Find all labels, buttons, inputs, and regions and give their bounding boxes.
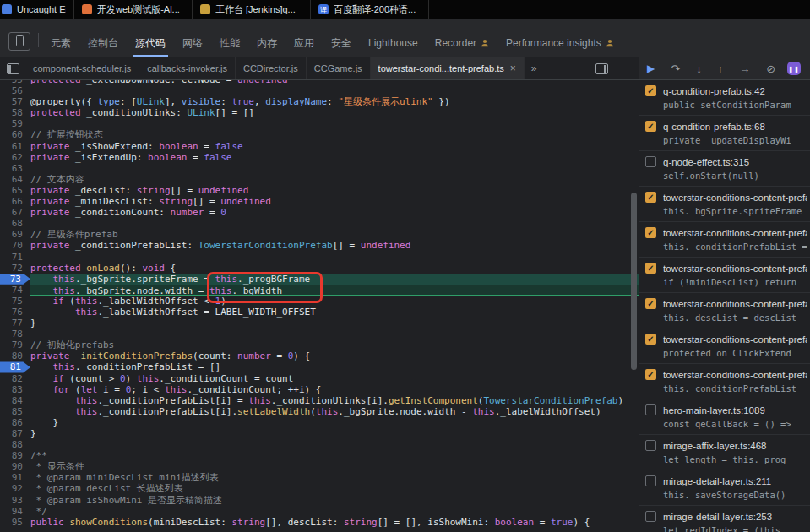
breakpoint-checkbox[interactable] (645, 156, 656, 167)
line-number[interactable]: 76 (0, 307, 30, 318)
line-number[interactable]: 88 (0, 439, 30, 450)
line-number[interactable]: 80 (0, 350, 30, 361)
code-line[interactable]: 61private _isShowExtend: boolean = false (0, 141, 639, 152)
code-line[interactable]: 62private _isExtendUp: boolean = false (0, 152, 639, 163)
breakpoint-checkbox[interactable]: ✓ (645, 298, 656, 309)
line-number[interactable]: 89 (0, 450, 30, 461)
breakpoint-item[interactable]: ✓towerstar-conditions-content-prefab.tst… (639, 364, 810, 399)
code-line[interactable]: 74 this._bgSprite.node.width = this._bgW… (0, 285, 639, 296)
breakpoint-checkbox[interactable]: ✓ (645, 227, 656, 238)
code-line[interactable]: 71 (0, 252, 639, 263)
line-number[interactable]: 71 (0, 252, 30, 263)
debugger-sidebar-toggle-icon[interactable] (595, 63, 608, 74)
breakpoint-item[interactable]: ✓towerstar-conditions-content-prefab.tst… (639, 293, 810, 328)
breakpoint-item[interactable]: ✓q-condition-prefab.ts:68private _update… (639, 116, 810, 151)
line-number[interactable]: 63 (0, 163, 30, 174)
breakpoint-checkbox[interactable] (645, 511, 656, 522)
more-tabs-icon[interactable]: » (525, 62, 544, 74)
line-number[interactable]: 77 (0, 318, 30, 328)
scrollbar-thumb[interactable] (631, 193, 637, 370)
code-line[interactable]: 94 */ (0, 506, 639, 517)
line-number[interactable]: 85 (0, 406, 30, 417)
breakpoint-marker[interactable]: 81 (0, 361, 30, 372)
line-number[interactable]: 93 (0, 495, 30, 506)
code-line[interactable]: 56 (0, 85, 639, 96)
file-tab-callbacks-invoker[interactable]: callbacks-invoker.js (139, 57, 236, 79)
line-number[interactable]: 66 (0, 196, 30, 207)
pause-on-exceptions-icon[interactable]: ❚❚ (787, 62, 801, 75)
file-tab-ccgame[interactable]: CCGame.js (307, 57, 371, 79)
code-line[interactable]: 67private _conditionCount: number = 0 (0, 207, 639, 218)
breakpoint-checkbox[interactable] (645, 475, 656, 486)
code-line[interactable]: 78 (0, 328, 639, 339)
code-line[interactable]: 83 for (let i = 0; i < this._conditionCo… (0, 384, 639, 395)
devtools-tab-network[interactable]: 网络 (174, 30, 211, 57)
line-number[interactable]: 94 (0, 506, 30, 517)
file-tab-ccdirector[interactable]: CCDirector.js (236, 57, 307, 79)
file-tab-component-scheduler[interactable]: component-scheduler.js (25, 57, 139, 79)
line-number[interactable]: 82 (0, 373, 30, 384)
devtools-tab-lighthouse[interactable]: Lighthouse (360, 30, 427, 57)
line-number[interactable]: 75 (0, 296, 30, 307)
devtools-tab-performance-insights[interactable]: Performance insights (497, 30, 622, 57)
line-number[interactable]: 74 (0, 285, 30, 296)
code-line[interactable]: 80private _initConditionPrefabs(count: n… (0, 350, 639, 361)
breakpoint-checkbox[interactable]: ✓ (645, 121, 656, 132)
breakpoint-item[interactable]: hero-main-layer.ts:1089const qeCallBack … (639, 399, 810, 435)
device-toolbar-icon[interactable] (8, 32, 30, 51)
line-number[interactable]: 60 (0, 129, 30, 140)
code-line[interactable]: 84 this._conditionPrefabList[i] = this._… (0, 395, 639, 406)
code-line[interactable]: 73 this._bgSprite.spriteFrame = this._pr… (0, 274, 639, 285)
breakpoint-item[interactable]: mirage-detail-layer.ts:211this._saveStor… (639, 470, 810, 506)
navigator-toggle-icon[interactable] (7, 63, 19, 74)
devtools-tab-sources[interactable]: 源代码 (127, 30, 174, 57)
code-line[interactable]: 60// 扩展按钮状态 (0, 129, 639, 140)
breakpoint-item[interactable]: mirage-affix-layer.ts:468let length = th… (639, 435, 810, 470)
line-number[interactable]: 84 (0, 395, 30, 406)
line-number[interactable]: 56 (0, 85, 30, 96)
code-line[interactable]: 66private _miniDescList: string[] = unde… (0, 196, 639, 207)
code-line[interactable]: 76 this._labelWidthOffset = LABEL_WIDTH_… (0, 307, 639, 318)
breakpoint-checkbox[interactable] (645, 440, 656, 451)
resume-script-icon[interactable]: ▶ (647, 63, 655, 73)
line-number[interactable]: 87 (0, 428, 30, 439)
line-number[interactable]: 70 (0, 240, 30, 251)
code-editor[interactable]: 55protected _extendDownNode: cc.Node = u… (0, 80, 639, 532)
code-line[interactable]: 70private _conditionPrefabList: Towersta… (0, 240, 639, 251)
line-number[interactable]: 72 (0, 263, 30, 274)
code-line[interactable]: 63 (0, 163, 639, 174)
breakpoint-item[interactable]: ✓towerstar-conditions-content-prefab.tst… (639, 222, 810, 258)
line-number[interactable]: 83 (0, 384, 30, 395)
devtools-tab-elements[interactable]: 元素 (42, 30, 79, 57)
line-number[interactable]: 78 (0, 328, 30, 339)
editor-scrollbar[interactable] (630, 80, 638, 532)
code-line[interactable]: 58protected _conditionUlinks: ULink[] = … (0, 107, 639, 118)
code-line[interactable]: 59 (0, 118, 639, 129)
line-number[interactable]: 58 (0, 107, 30, 118)
breakpoint-item[interactable]: ✓q-condition-prefab.ts:42public setCondi… (639, 80, 810, 116)
code-line[interactable]: 69// 星级条件prefab (0, 229, 639, 240)
browser-tab-dev-web-test[interactable]: 开发web测试版-Al... (74, 0, 193, 19)
code-line[interactable]: 89/** (0, 450, 639, 461)
code-line[interactable]: 64// 文本内容 (0, 174, 639, 185)
devtools-tab-security[interactable]: 安全 (323, 30, 360, 57)
line-number[interactable]: 69 (0, 229, 30, 240)
breakpoint-checkbox[interactable]: ✓ (645, 192, 656, 203)
step-over-icon[interactable]: ↷ (671, 63, 680, 74)
breakpoint-checkbox[interactable] (645, 404, 656, 415)
breakpoint-checkbox[interactable]: ✓ (645, 263, 656, 274)
breakpoint-checkbox[interactable]: ✓ (645, 334, 656, 345)
code-line[interactable]: 95public showConditions(miniDescList: st… (0, 517, 639, 528)
code-line[interactable]: 85 this._conditionPrefabList[i].setLabel… (0, 406, 639, 417)
breakpoint-item[interactable]: mirage-detail-layer.ts:253let redIdIndex… (639, 506, 810, 532)
devtools-tab-console[interactable]: 控制台 (79, 30, 127, 57)
breakpoint-item[interactable]: ✓towerstar-conditions-content-prefab.tsp… (639, 328, 810, 364)
line-number[interactable]: 91 (0, 472, 30, 483)
line-number[interactable]: 90 (0, 461, 30, 472)
line-number[interactable]: 68 (0, 218, 30, 229)
browser-tab-jenkins[interactable]: 工作台 [Jenkins]q... (193, 0, 311, 19)
devtools-tab-recorder[interactable]: Recorder (427, 30, 497, 57)
breakpoint-checkbox[interactable]: ✓ (645, 369, 656, 380)
breakpoint-item[interactable]: ✓towerstar-conditions-content-prefab.tsi… (639, 258, 810, 293)
browser-tab-uncaught-error[interactable]: Uncaught Error:... (0, 0, 74, 19)
